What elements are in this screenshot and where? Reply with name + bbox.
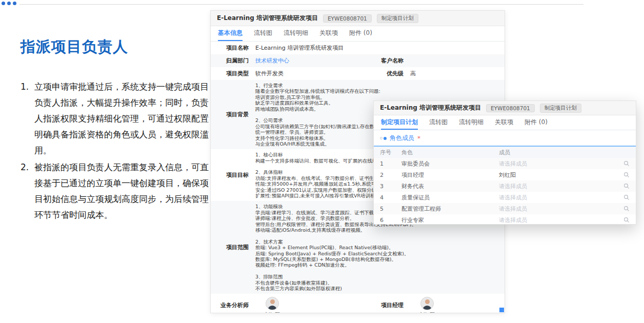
top-divider [19, 4, 583, 5]
row-role: 配置管理工程师 [401, 205, 499, 213]
role-row: 6 行业专家 请选择成员 [374, 214, 636, 225]
tab-flow-detail[interactable]: 流转明细 [459, 115, 484, 130]
role-row: 3 财务代表 请选择成员 [374, 180, 636, 192]
row-no: 6 [380, 217, 401, 224]
list-number: 1. [21, 79, 34, 158]
role-row: 1 审批委员会 请选择成员 [374, 158, 636, 169]
scrollbar-thumb[interactable] [499, 308, 504, 312]
form-row-type-priority: 项目类型 软件开发类 优先级 高 [211, 67, 505, 80]
analyst-name: 刘红阳 [265, 311, 280, 313]
role-row: 4 质量保证员 请选择成员 [374, 192, 636, 203]
project-name-label: 项目名称 [217, 44, 249, 52]
member-select-field[interactable]: 刘红阳 [499, 171, 630, 179]
priority-value: 高 [410, 70, 498, 77]
tab-related-items[interactable]: 关联项 [319, 26, 338, 41]
search-icon[interactable] [623, 160, 630, 167]
slide-canvas: 指派项目负责人 1. 立项申请审批通过后，系统支持一键完成项目负责人指派，大幅提… [0, 0, 644, 323]
window-header: E-Learning 培训管理系统研发项目 EYWE0808701 制定项目计划 [374, 101, 636, 115]
row-role: 财务代表 [401, 183, 499, 190]
stage-badge: 制定项目计划 [377, 14, 418, 23]
section-marker-icon [380, 137, 387, 140]
project-code-badge: EYWE0808701 [323, 14, 372, 23]
window-title: E-Learning 培训管理系统研发项目 [217, 14, 318, 23]
dept-link[interactable]: 技术研发中心 [255, 57, 372, 65]
tab-flow-chart[interactable]: 流转图 [254, 26, 272, 41]
row-no: 4 [380, 194, 401, 201]
tab-make-plan[interactable]: 制定项目计划 [381, 115, 418, 130]
search-icon[interactable] [623, 217, 630, 223]
col-header-member: 成员 [499, 149, 630, 156]
form-row-dept-customer: 归属部门 技术研发中心 客户名称 [211, 54, 505, 67]
tab-flow-chart[interactable]: 流转图 [429, 115, 448, 130]
window-title: E-Learning 培训管理系统研发项目 [380, 104, 481, 112]
list-text: 立项申请审批通过后，系统支持一键完成项目负责人指派，大幅提升操作效率；同时，负责… [34, 79, 211, 158]
row-no: 2 [380, 172, 401, 178]
tab-attachments[interactable]: 附件 (0) [525, 115, 548, 130]
role-member-table: 序号 角色 成员 1 审批委员会 请选择成员 2 项目经理 刘红阳 [374, 147, 636, 225]
col-header-no: 序号 [380, 149, 401, 156]
dept-label: 归属部门 [217, 57, 249, 65]
role-members-section-header: 角色成员 * [374, 130, 636, 147]
role-row: 5 配置管理工程师 请选择成员 [374, 203, 636, 214]
analyst-label: 业务分析师 [217, 297, 249, 309]
member-placeholder: 请选择成员 [499, 216, 527, 224]
goal-label: 项目目标 [217, 171, 249, 179]
row-role: 质量保证员 [401, 194, 499, 201]
avatar [420, 297, 434, 310]
search-icon[interactable] [623, 206, 630, 212]
member-placeholder: 请选择成员 [499, 160, 527, 168]
section-title: 角色成员 [390, 134, 414, 143]
required-asterisk: * [417, 135, 420, 142]
tab-attachments[interactable]: 附件 (0) [349, 26, 372, 41]
list-number: 2. [21, 159, 34, 223]
left-panel: 指派项目负责人 1. 立项申请审批通过后，系统支持一键完成项目负责人指派，大幅提… [21, 37, 211, 223]
tab-flow-detail[interactable]: 流转明细 [284, 26, 308, 41]
scope-label: 项目范围 [217, 244, 249, 251]
member-select-field[interactable]: 请选择成员 [499, 160, 630, 168]
member-placeholder: 请选择成员 [499, 183, 527, 190]
signature-row: 业务分析师 刘红阳 项目经理 刘红阳 [211, 294, 505, 313]
stage-badge: 制定项目计划 [540, 104, 581, 113]
list-item: 1. 立项申请审批通过后，系统支持一键完成项目负责人指派，大幅提升操作效率；同时… [21, 79, 211, 158]
member-select-field[interactable]: 请选择成员 [499, 216, 630, 224]
search-icon[interactable] [623, 183, 630, 189]
manager-name: 刘红阳 [419, 311, 435, 313]
feature-list: 1. 立项申请审批通过后，系统支持一键完成项目负责人指派，大幅提升操作效率；同时… [21, 79, 211, 223]
row-role: 审批委员会 [401, 160, 499, 168]
table-header-row: 序号 角色 成员 [374, 147, 636, 158]
col-header-role: 角色 [401, 149, 499, 156]
tab-basic-info[interactable]: 基本信息 [218, 26, 243, 41]
form-row-project-name: 项目名称 E-Learning 培训管理系统研发项目 [211, 42, 505, 54]
avatar [266, 297, 279, 310]
member-select-field[interactable]: 请选择成员 [499, 183, 630, 190]
member-select-field[interactable]: 请选择成员 [499, 194, 630, 201]
manager-person: 刘红阳 [419, 297, 435, 313]
member-placeholder: 请选择成员 [499, 194, 527, 201]
tab-bar: 基本信息 流转图 流转明细 关联项 附件 (0) [211, 26, 505, 42]
window-header: E-Learning 培训管理系统研发项目 EYWE0808701 制定项目计划 [211, 11, 505, 26]
row-no: 5 [380, 206, 401, 212]
type-value: 软件开发类 [255, 70, 372, 77]
assign-roles-window: E-Learning 培训管理系统研发项目 EYWE0808701 制定项目计划… [373, 100, 636, 225]
type-label: 项目类型 [217, 70, 249, 77]
row-no: 3 [380, 183, 401, 190]
row-role: 行业专家 [401, 216, 499, 224]
customer-label: 客户名称 [372, 57, 404, 65]
list-item: 2. 被指派的项目负责人无需重复录入信息，可直接基于已通过的立项单一键创建项目，… [21, 159, 211, 223]
priority-label: 优先级 [372, 70, 404, 77]
tab-related-items[interactable]: 关联项 [495, 115, 513, 130]
analyst-person: 刘红阳 [265, 297, 280, 313]
manager-label: 项目经理 [372, 297, 404, 309]
page-title: 指派项目负责人 [21, 37, 211, 57]
search-icon[interactable] [623, 172, 630, 178]
member-placeholder: 请选择成员 [499, 205, 527, 213]
background-label: 项目背景 [217, 111, 249, 118]
project-code-badge: EYWE0808701 [486, 104, 535, 112]
role-row: 2 项目经理 刘红阳 [374, 169, 636, 180]
member-select-field[interactable]: 请选择成员 [499, 205, 630, 213]
list-text: 被指派的项目负责人无需重复录入信息，可直接基于已通过的立项单一键创建项目，确保项… [34, 159, 211, 223]
member-value: 刘红阳 [499, 171, 516, 179]
search-icon[interactable] [623, 194, 630, 200]
project-name-value: E-Learning 培训管理系统研发项目 [255, 44, 498, 52]
decor-dots [2, 2, 16, 5]
